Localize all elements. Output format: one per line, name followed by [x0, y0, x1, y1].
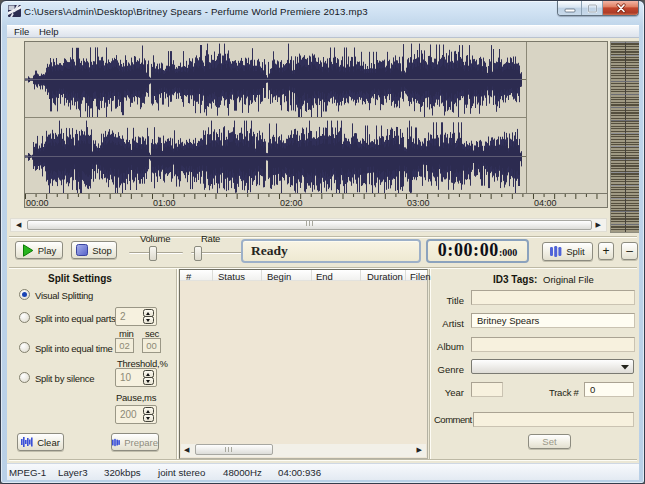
svg-text:01:00: 01:00	[153, 198, 176, 207]
svg-text:00:00: 00:00	[26, 198, 49, 207]
svg-text:04:00: 04:00	[534, 198, 557, 207]
svg-text:03:00: 03:00	[407, 198, 430, 207]
svg-text:02:00: 02:00	[280, 198, 303, 207]
